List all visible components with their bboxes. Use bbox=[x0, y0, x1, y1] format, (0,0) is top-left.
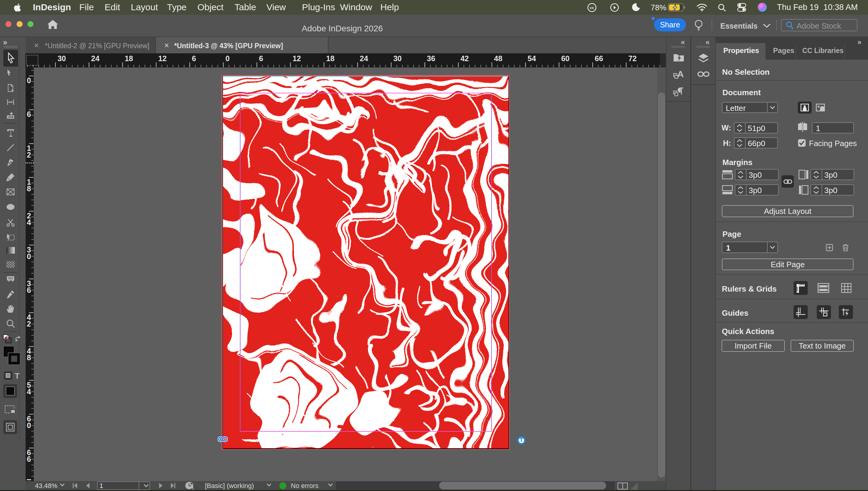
svg-text:0: 0 bbox=[27, 421, 31, 430]
svg-text:A: A bbox=[677, 69, 684, 79]
svg-text:6: 6 bbox=[259, 54, 263, 63]
svg-text:4: 4 bbox=[27, 218, 31, 227]
svg-text:30: 30 bbox=[393, 54, 402, 63]
svg-text:cc: cc bbox=[590, 5, 594, 10]
svg-text:6: 6 bbox=[27, 286, 31, 294]
svg-text:54: 54 bbox=[528, 54, 536, 63]
svg-text:6: 6 bbox=[192, 54, 196, 63]
svg-text:60: 60 bbox=[561, 54, 570, 63]
svg-text:4: 4 bbox=[27, 387, 31, 396]
svg-text:0: 0 bbox=[27, 252, 31, 261]
svg-text:18: 18 bbox=[125, 54, 133, 63]
svg-text:12: 12 bbox=[292, 54, 301, 63]
svg-text:12: 12 bbox=[158, 54, 167, 63]
svg-text:24: 24 bbox=[91, 54, 100, 63]
svg-text:8: 8 bbox=[27, 353, 31, 362]
svg-text:72: 72 bbox=[628, 54, 637, 63]
svg-text:8: 8 bbox=[27, 184, 31, 193]
svg-text:0: 0 bbox=[27, 76, 31, 85]
svg-text:2: 2 bbox=[27, 320, 31, 328]
svg-text:2: 2 bbox=[27, 151, 31, 159]
svg-text:30: 30 bbox=[58, 54, 66, 63]
svg-text:66: 66 bbox=[595, 54, 603, 63]
svg-text:18: 18 bbox=[326, 54, 335, 63]
svg-text:6: 6 bbox=[27, 110, 31, 118]
svg-text:6: 6 bbox=[27, 455, 31, 463]
svg-text:0: 0 bbox=[225, 54, 230, 63]
svg-text:24: 24 bbox=[360, 54, 368, 63]
svg-text:42: 42 bbox=[460, 54, 469, 63]
svg-text:36: 36 bbox=[427, 54, 435, 63]
svg-text:48: 48 bbox=[494, 54, 502, 63]
